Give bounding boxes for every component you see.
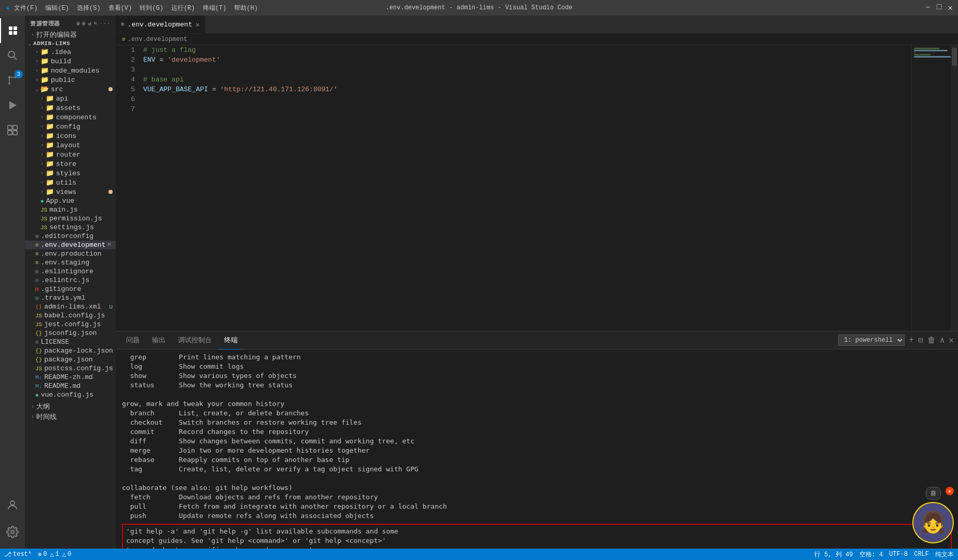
modified-indicator: [108, 190, 113, 194]
more-actions-icon[interactable]: ···: [100, 20, 111, 27]
terminal-dropdown[interactable]: 1: powershell: [838, 334, 905, 346]
activity-account[interactable]: [0, 493, 25, 517]
file-app-vue[interactable]: ◆ App.vue: [25, 197, 116, 205]
scrollbar-thumb[interactable]: [952, 48, 957, 66]
status-language[interactable]: 纯文本: [935, 550, 954, 559]
file-env-development[interactable]: ≡ .env.development M: [25, 241, 116, 249]
terminal[interactable]: grep Print lines matching a pattern log …: [116, 349, 958, 549]
activity-settings[interactable]: [0, 520, 25, 544]
file-editorconfig[interactable]: ⚙ .editorconfig: [25, 232, 116, 241]
status-eol[interactable]: CRLF: [914, 551, 929, 558]
close-button[interactable]: ✕: [948, 3, 953, 13]
menu-select[interactable]: 选择(S): [77, 4, 101, 12]
window-controls[interactable]: – □ ✕: [925, 3, 953, 13]
file-travis-yml[interactable]: ◎ .travis.yml: [25, 293, 116, 302]
open-editors-section[interactable]: › 打开的编辑器: [25, 30, 116, 40]
status-spaces[interactable]: 空格: 4: [859, 550, 883, 559]
file-postcss[interactable]: JS postcss.config.js: [25, 364, 116, 373]
folder-src[interactable]: ⌄ 📂 src: [25, 85, 116, 94]
folder-name: src: [51, 86, 63, 93]
activity-search[interactable]: [0, 43, 25, 68]
menu-help[interactable]: 帮助(H): [234, 4, 258, 12]
editor[interactable]: 1 2 3 4 5 6 7 # just a flag ENV = 'devel…: [116, 45, 958, 331]
panel-tab-output[interactable]: 输出: [146, 331, 172, 349]
file-env-staging[interactable]: ≡ .env.staging: [25, 258, 116, 267]
outline-section[interactable]: › 大纲: [25, 401, 116, 412]
branch-name: test*: [13, 551, 32, 558]
folder-store[interactable]: › 📁 store: [25, 159, 116, 169]
split-terminal-icon[interactable]: ⊟: [918, 335, 923, 345]
panel-tab-debug[interactable]: 调试控制台: [172, 331, 218, 349]
file-env-production[interactable]: ≡ .env.production: [25, 249, 116, 258]
file-vue-config[interactable]: ◆ vue.config.js: [25, 390, 116, 399]
refresh-icon[interactable]: ↺: [88, 20, 91, 27]
folder-node-modules[interactable]: › 📁 node_modules: [25, 66, 116, 75]
file-eslintrc[interactable]: ⊘ .eslintrc.js: [25, 276, 116, 285]
file-readme-zh[interactable]: M↓ README-zh.md: [25, 373, 116, 382]
collapse-all-icon[interactable]: «: [94, 20, 98, 27]
file-readme[interactable]: M↓ README.md: [25, 382, 116, 390]
folder-api[interactable]: › 📁 api: [25, 94, 116, 103]
folder-idea[interactable]: › 📁 .idea: [25, 47, 116, 57]
trash-terminal-icon[interactable]: 🗑: [927, 335, 936, 345]
timeline-section[interactable]: › 时间线: [25, 412, 116, 422]
menu-bar[interactable]: 文件(F) 编辑(E) 选择(S) 查看(V) 转到(G) 运行(R) 终端(T…: [14, 4, 258, 12]
root-folder[interactable]: ⌄ ADMIN-LIMS: [25, 40, 116, 47]
minimize-button[interactable]: –: [925, 3, 930, 13]
menu-terminal[interactable]: 终端(T): [203, 4, 227, 12]
folder-assets[interactable]: › 📁 assets: [25, 103, 116, 113]
file-gitignore[interactable]: ⊟ .gitignore: [25, 285, 116, 293]
file-main-js[interactable]: JS main.js: [25, 205, 116, 214]
menu-edit[interactable]: 编辑(E): [45, 4, 69, 12]
panel-tab-actions[interactable]: 1: powershell + ⊟ 🗑 ∧ ✕: [838, 334, 954, 346]
status-position[interactable]: 行 5, 列 49: [814, 550, 853, 559]
activity-run[interactable]: [0, 93, 25, 118]
terminal-line: merge Join two or more development histo…: [122, 446, 952, 455]
folder-icons[interactable]: › 📁 icons: [25, 131, 116, 141]
maximize-panel-icon[interactable]: ∧: [940, 335, 945, 345]
activity-extensions[interactable]: [0, 118, 25, 143]
menu-view[interactable]: 查看(V): [108, 4, 132, 12]
maximize-button[interactable]: □: [937, 3, 942, 13]
file-admin-lims-xml[interactable]: ⟨⟩ admin-lims.xml U: [25, 302, 116, 311]
file-jsconfig-json[interactable]: {} jsconfig.json: [25, 329, 116, 338]
panel-tab-terminal[interactable]: 终端: [218, 331, 244, 349]
new-folder-icon[interactable]: ⊕: [82, 20, 86, 27]
activity-explorer[interactable]: [0, 18, 25, 43]
menu-file[interactable]: 文件(F): [14, 4, 38, 12]
status-errors[interactable]: ⊗ 0 △ 1 △ 0: [38, 551, 71, 558]
new-file-icon[interactable]: ⊕: [76, 20, 80, 27]
file-package-json[interactable]: {} package.json: [25, 355, 116, 364]
file-eslintignore[interactable]: ⊘ .eslintignore: [25, 267, 116, 276]
folder-router[interactable]: › 📁 router: [25, 150, 116, 159]
activity-source-control[interactable]: 3: [0, 68, 25, 93]
folder-views[interactable]: › 📁 views: [25, 187, 116, 197]
folder-public[interactable]: › 📁 public: [25, 75, 116, 85]
status-encoding[interactable]: UTF-8: [889, 551, 908, 558]
breadcrumb-label: .env.development: [128, 36, 187, 43]
menu-run[interactable]: 运行(R): [171, 4, 195, 12]
folder-components[interactable]: › 📁 components: [25, 113, 116, 122]
file-package-lock[interactable]: {} package-lock.json: [25, 346, 116, 355]
file-jest-config[interactable]: JS jest.config.js: [25, 320, 116, 329]
file-permission-js[interactable]: JS permission.js: [25, 214, 116, 223]
folder-build[interactable]: › 📁 build: [25, 57, 116, 66]
folder-layout[interactable]: › 📁 layout: [25, 141, 116, 150]
folder-icon: 📁: [46, 188, 54, 196]
folder-styles[interactable]: › 📁 styles: [25, 169, 116, 178]
file-settings-js[interactable]: JS settings.js: [25, 223, 116, 232]
folder-utils[interactable]: › 📁 utils: [25, 178, 116, 187]
sidebar-header-icons[interactable]: ⊕ ⊕ ↺ « ···: [76, 20, 111, 27]
folder-config[interactable]: › 📁 config: [25, 122, 116, 131]
status-branch[interactable]: ⎇ test*: [4, 551, 32, 558]
scrollbar-track[interactable]: [951, 45, 958, 331]
file-babel-config[interactable]: JS babel.config.js: [25, 311, 116, 320]
menu-goto[interactable]: 转到(G): [140, 4, 163, 12]
file-license[interactable]: ≡ LICENSE: [25, 338, 116, 346]
tab-close-button[interactable]: ✕: [195, 20, 199, 29]
add-terminal-icon[interactable]: +: [909, 335, 914, 345]
tab-env-development[interactable]: ≡ .env.development ✕: [116, 16, 206, 33]
code-editor[interactable]: # just a flag ENV = 'development' # base…: [139, 45, 911, 331]
panel-tab-problems[interactable]: 问题: [120, 331, 146, 349]
close-panel-icon[interactable]: ✕: [949, 335, 954, 345]
